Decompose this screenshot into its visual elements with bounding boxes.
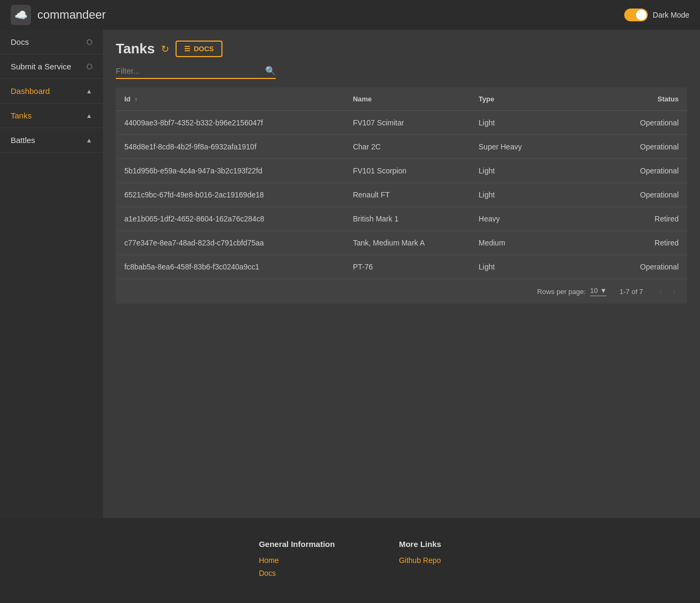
table-row[interactable]: c77e347e-8ea7-48ad-823d-c791cbfd75aa Tan… [116,231,687,255]
footer-general-title: General Information [259,539,335,549]
docs-button[interactable]: ☰ DOCS [176,41,222,57]
cell-type: Light [470,111,584,135]
header-left: ☁️ commandeer [11,5,106,25]
cell-name: FV101 Scorpion [344,159,470,183]
cell-name: British Mark 1 [344,207,470,231]
sidebar-item-battles[interactable]: Battles ▲ [0,128,103,153]
search-icon: 🔍 [265,66,276,76]
footer-section-general: General Information Home Docs [259,539,335,582]
pagination-range: 1-7 of 7 [619,288,643,296]
cell-status: Retired [584,207,687,231]
col-header-name[interactable]: Name [344,88,470,111]
cell-type: Medium [470,231,584,255]
col-header-id[interactable]: Id ↑ [116,88,344,111]
main-layout: Docs ⬡ Submit a Service ⬡ Dashboard ▲ Ta… [0,30,700,518]
col-header-type[interactable]: Type [470,88,584,111]
footer-section-more: More Links Github Repo [399,539,441,582]
table-row[interactable]: 6521c9bc-67fd-49e8-b016-2ac19169de18 Ren… [116,183,687,207]
page-header: Tanks ↻ ☰ DOCS [116,41,687,57]
sidebar-item-docs-label: Docs [11,37,29,46]
chevron-up-icon-2: ▲ [86,112,92,120]
dark-mode-switch[interactable] [624,9,648,21]
sidebar-item-tanks[interactable]: Tanks ▲ [0,104,103,128]
app-title: commandeer [37,8,106,22]
prev-page-button[interactable]: ‹ [656,285,665,297]
tanks-table: Id ↑ Name Type Status 44009ae3-8bf7-4352… [116,88,687,279]
cell-name: FV107 Scimitar [344,111,470,135]
table-header: Id ↑ Name Type Status [116,88,687,111]
header: ☁️ commandeer Dark Mode [0,0,700,30]
sidebar-item-docs[interactable]: Docs ⬡ [0,30,103,54]
tanks-table-container: Id ↑ Name Type Status 44009ae3-8bf7-4352… [116,88,687,304]
pagination-row: Rows per page: 10 ▼ 1-7 of 7 ‹ › [116,279,687,304]
pagination-nav: ‹ › [656,285,679,297]
cell-status: Operational [584,183,687,207]
cell-id: a1e1b065-1df2-4652-8604-162a76c284c8 [116,207,344,231]
external-link-icon-2: ⬡ [86,62,92,70]
table-row[interactable]: a1e1b065-1df2-4652-8604-162a76c284c8 Bri… [116,207,687,231]
cell-name: Char 2C [344,135,470,159]
col-header-status[interactable]: Status [584,88,687,111]
cell-id: 5b1d956b-e59a-4c4a-947a-3b2c193f22fd [116,159,344,183]
cell-name: Renault FT [344,183,470,207]
footer-more-title: More Links [399,539,441,549]
sidebar-item-submit-service[interactable]: Submit a Service ⬡ [0,54,103,79]
cell-status: Operational [584,255,687,279]
cell-id: 44009ae3-8bf7-4352-b332-b96e2156047f [116,111,344,135]
cell-type: Super Heavy [470,135,584,159]
rows-per-page: Rows per page: 10 ▼ [537,287,607,296]
dropdown-arrow-icon: ▼ [600,287,607,295]
sidebar-item-battles-label: Battles [11,136,35,145]
table-row[interactable]: 5b1d956b-e59a-4c4a-947a-3b2c193f22fd FV1… [116,159,687,183]
cell-status: Retired [584,231,687,255]
docs-button-label: DOCS [194,45,214,53]
footer-link-home[interactable]: Home [259,556,335,565]
refresh-button[interactable]: ↻ [161,43,169,55]
next-page-button[interactable]: › [670,285,679,297]
docs-icon: ☰ [184,45,190,53]
table-row[interactable]: 548d8e1f-8cd8-4b2f-9f8a-6932afa1910f Cha… [116,135,687,159]
cell-type: Light [470,159,584,183]
footer-link-docs[interactable]: Docs [259,569,335,577]
cloud-icon: ☁️ [14,9,28,21]
sidebar-item-submit-service-label: Submit a Service [11,62,71,71]
rows-per-page-label: Rows per page: [537,288,586,296]
cell-id: 6521c9bc-67fd-49e8-b016-2ac19169de18 [116,183,344,207]
cell-type: Light [470,183,584,207]
chevron-up-icon-3: ▲ [86,137,92,144]
cell-status: Operational [584,159,687,183]
table-row[interactable]: fc8bab5a-8ea6-458f-83b6-f3c0240a9cc1 PT-… [116,255,687,279]
external-link-icon: ⬡ [86,38,92,46]
dark-mode-toggle[interactable]: Dark Mode [624,9,689,21]
cell-name: PT-76 [344,255,470,279]
cell-type: Light [470,255,584,279]
cell-status: Operational [584,135,687,159]
cell-id: c77e347e-8ea7-48ad-823d-c791cbfd75aa [116,231,344,255]
sidebar-item-dashboard[interactable]: Dashboard ▲ [0,79,103,104]
rows-per-page-select[interactable]: 10 ▼ [590,287,607,296]
cell-status: Operational [584,111,687,135]
cell-name: Tank, Medium Mark A [344,231,470,255]
sidebar-item-dashboard-label: Dashboard [11,86,50,96]
sidebar: Docs ⬡ Submit a Service ⬡ Dashboard ▲ Ta… [0,30,103,518]
content-area: Tanks ↻ ☰ DOCS 🔍 Id ↑ Name Type Status [103,30,700,518]
cell-id: fc8bab5a-8ea6-458f-83b6-f3c0240a9cc1 [116,255,344,279]
page-title: Tanks [116,41,155,57]
cell-type: Heavy [470,207,584,231]
sort-arrow-icon: ↑ [134,96,138,102]
app-logo: ☁️ [11,5,31,25]
filter-row: 🔍 [116,66,276,79]
table-body: 44009ae3-8bf7-4352-b332-b96e2156047f FV1… [116,111,687,279]
dark-mode-label: Dark Mode [653,11,689,19]
cell-id: 548d8e1f-8cd8-4b2f-9f8a-6932afa1910f [116,135,344,159]
footer: General Information Home Docs More Links… [0,518,700,603]
table-row[interactable]: 44009ae3-8bf7-4352-b332-b96e2156047f FV1… [116,111,687,135]
footer-link-github[interactable]: Github Repo [399,556,441,565]
filter-input[interactable] [116,66,265,75]
sidebar-item-tanks-label: Tanks [11,111,31,120]
chevron-up-icon: ▲ [86,88,92,95]
rows-per-page-value: 10 [590,287,598,295]
